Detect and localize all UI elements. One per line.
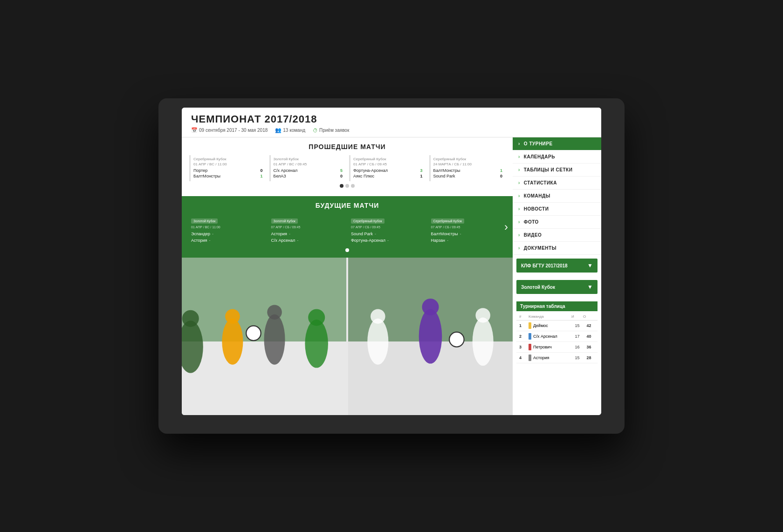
future-team-row-1: БалтМонстры -	[431, 232, 504, 236]
future-match-card: Серебряный Кубок 07 АПР / СБ / 09:45 Бал…	[429, 214, 506, 246]
nav-item-label: О ТУРНИРЕ	[524, 141, 553, 146]
points: 28	[583, 355, 595, 360]
nav-chevron: ›	[518, 206, 520, 211]
nav-item-календарь[interactable]: › КАЛЕНДАРЬ	[513, 150, 601, 164]
future-team-row-2: Фортуна-Арсенал -	[351, 238, 424, 243]
svg-point-16	[367, 319, 388, 365]
team-cell: С/х Арсенал	[529, 333, 571, 340]
col-header: #	[519, 314, 529, 319]
dropdown-cup: Золотой Кубок ▼	[516, 280, 598, 294]
nav-item-новости[interactable]: › НОВОСТИ	[513, 203, 601, 216]
svg-point-20	[473, 317, 494, 366]
match-team-row-2: Sound Park 0	[433, 174, 503, 178]
match-team-row-2: БалтМонстры 1	[193, 174, 263, 178]
team-name: С/х Арсенал	[533, 334, 557, 339]
score2: 0	[500, 174, 502, 178]
nav-item-label: КОМАНДЫ	[524, 193, 550, 198]
dash-1: -	[289, 232, 290, 236]
dot-2[interactable]	[345, 184, 349, 188]
nav-item-статистика[interactable]: › СТАТИСТИКА	[513, 177, 601, 190]
team-cell: Петрович	[529, 344, 571, 350]
team-color	[529, 355, 531, 361]
match-team-row-1: Фортуна-Арсенал 3	[353, 168, 423, 173]
svg-point-3	[182, 310, 199, 327]
dot-1[interactable]	[340, 184, 343, 188]
svg-point-24	[449, 332, 464, 347]
nav-item-label: НОВОСТИ	[524, 206, 549, 211]
future-team-row-2: Астория -	[191, 238, 264, 243]
future-cup: Золотой Кубок	[271, 218, 298, 224]
future-team-row-2: Нарзан -	[431, 238, 504, 243]
past-match-card: Серебряный Кубок 01 АПР / ВС / 11:00 Пор…	[189, 155, 266, 181]
photo-1[interactable]	[182, 258, 346, 415]
future-cup: Серебряный Кубок	[431, 218, 465, 224]
past-matches-title: ПРОШЕДШИЕ МАТЧИ	[189, 143, 505, 150]
match-date: 24 МАРТА / СБ / 11:00	[433, 162, 503, 166]
match-date: 01 АПР / ВС / 09:45	[274, 162, 343, 166]
score1: 1	[500, 168, 502, 173]
matches-count: 16	[571, 345, 583, 349]
match-date: 01 АПР / ВС / 11:00	[193, 162, 263, 166]
svg-point-10	[246, 326, 261, 341]
team2-name: БелАЗ	[274, 174, 286, 178]
team-name: Петрович	[533, 345, 552, 349]
score1: 5	[340, 168, 343, 173]
nav-item-команды[interactable]: › КОМАНДЫ	[513, 190, 601, 203]
standings-table: Турнирная таблица #КомандаИО 1 Деймос 15…	[516, 301, 598, 363]
teams-icon: 👥	[275, 127, 282, 133]
nav-item-таблицы-и-сетки[interactable]: › ТАБЛИЦЫ И СЕТКИ	[513, 164, 601, 177]
klf-dropdown-label: КЛФ БГТУ 2017/2018	[521, 263, 568, 268]
nav-item-о-турнире[interactable]: › О ТУРНИРЕ	[513, 137, 601, 150]
match-date: 01 АПР / СБ / 09:45	[353, 162, 423, 166]
meta-status: ⏱ Приём заявок	[313, 127, 349, 133]
klf-dropdown-button[interactable]: КЛФ БГТУ 2017/2018 ▼	[516, 259, 598, 273]
future-matches-grid: Золотой Кубок 01 АПР / ВС / 11:00 Эспанд…	[189, 214, 505, 246]
dash-2: -	[387, 238, 389, 243]
meta-dates: 📅 09 сентября 2017 - 30 мая 2018	[191, 127, 268, 133]
nav-item-label: ДОКУМЕНТЫ	[524, 246, 556, 251]
nav-menu: › О ТУРНИРЕ › КАЛЕНДАРЬ › ТАБЛИЦЫ И СЕТК…	[513, 137, 601, 255]
col-header: И	[571, 314, 583, 319]
standings-row: 3 Петрович 16 36	[516, 342, 598, 353]
nav-item-label: ТАБЛИЦЫ И СЕТКИ	[524, 167, 572, 172]
match-team-row-2: БелАЗ 0	[274, 174, 343, 178]
photo-2[interactable]	[348, 258, 513, 415]
future-team2: Фортуна-Арсенал	[351, 238, 385, 243]
score2: 1	[420, 174, 422, 178]
future-dot-1[interactable]	[345, 248, 349, 252]
team-cell: Деймос	[529, 322, 571, 329]
svg-point-8	[305, 320, 328, 368]
dot-3[interactable]	[351, 184, 355, 188]
dash-2: -	[297, 238, 298, 243]
standings-rows: 1 Деймос 15 42 2 С/х Арсенал 17 40 3 Пет…	[516, 321, 598, 363]
svg-point-19	[422, 299, 439, 315]
matches-count: 15	[571, 355, 583, 360]
nav-item-фото[interactable]: › ФОТО	[513, 216, 601, 229]
cup-dropdown-button[interactable]: Золотой Кубок ▼	[516, 280, 598, 294]
past-matches-section: ПРОШЕДШИЕ МАТЧИ Серебряный Кубок 01 АПР …	[182, 137, 513, 196]
nav-chevron: ›	[518, 219, 520, 225]
team-name: Деймос	[533, 323, 548, 328]
match-cup: Серебряный Кубок	[193, 157, 263, 161]
nav-item-видео[interactable]: › ВИДЕО	[513, 229, 601, 242]
svg-point-21	[475, 308, 490, 323]
team2-name: БалтМонстры	[193, 174, 220, 178]
team1-name: БалтМонстры	[433, 168, 460, 173]
rank: 3	[519, 345, 529, 349]
past-matches-grid: Серебряный Кубок 01 АПР / ВС / 11:00 Пор…	[189, 155, 505, 181]
match-team-row-1: Портер 0	[193, 168, 263, 173]
future-date: 07 АПР / СБ / 09:45	[431, 225, 504, 229]
future-team1: Sound Park	[351, 232, 373, 236]
next-arrow[interactable]: ›	[504, 220, 508, 233]
nav-item-документы[interactable]: › ДОКУМЕНТЫ	[513, 242, 601, 255]
rank: 2	[519, 334, 529, 339]
team1-name: Портер	[193, 168, 207, 173]
team1-name: Фортуна-Арсенал	[353, 168, 388, 173]
dash-2: -	[209, 238, 210, 243]
past-match-card: Серебряный Кубок 01 АПР / СБ / 09:45 Фор…	[349, 155, 426, 181]
calendar-icon: 📅	[191, 127, 198, 133]
laptop-container: ЧЕМПИОНАТ 2017/2018 📅 09 сентября 2017 -…	[158, 98, 625, 434]
team-color	[529, 322, 531, 329]
standings-col-headers: #КомандаИО	[516, 313, 598, 321]
dropdown-arrow-1: ▼	[587, 262, 593, 269]
